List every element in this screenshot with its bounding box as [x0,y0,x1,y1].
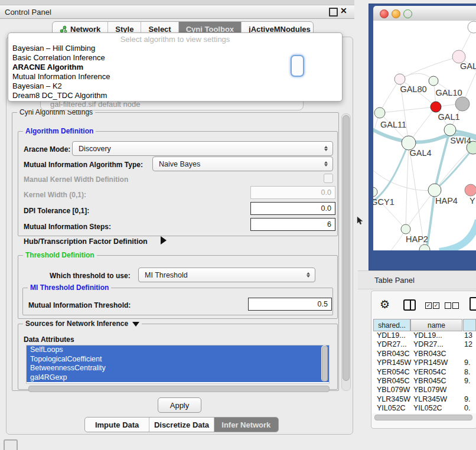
checked-checkbox-icon[interactable]: ✓ [425,302,432,309]
mi-steps-input[interactable]: 6 [250,218,335,231]
algorithm-popup-item[interactable]: Bayesian – Hill Climbing [12,44,95,53]
network-node[interactable] [373,187,377,197]
table-hscrollbar[interactable] [373,414,474,420]
checked-checkbox-icon[interactable]: ✓ [433,302,439,309]
algorithm-definition-title: Algorithm Definition [23,127,96,135]
column-layout-icon[interactable] [403,299,416,311]
network-edge[interactable] [380,107,436,113]
tab-discretize-data[interactable]: Discretize Data [149,418,214,432]
network-node[interactable] [431,102,441,112]
which-threshold-combo[interactable]: MI Threshold [138,268,315,282]
data-attribute-item[interactable]: BetweennessCentrality [27,364,329,373]
table-row[interactable]: YDR27...YDR27...12 [372,340,476,349]
network-node[interactable] [465,184,476,196]
table-row[interactable]: YLR345WYLR345W9. [372,395,476,404]
table-cell: 9. [464,395,470,403]
table-row[interactable]: YPR145WYPR145W9. [372,358,476,367]
table-cell: YBR043C [413,350,446,358]
network-canvas[interactable]: GAL80GAL10GALGAL1GAL11SWI4GAL4GCY1HAP4YH… [373,21,476,250]
table-row[interactable]: YBR043CYBR043C [372,350,476,358]
attr-list-scrollbar-thumb[interactable] [322,346,328,381]
network-edge[interactable] [406,143,409,229]
network-node[interactable] [468,21,476,33]
attr-list-scrollbar[interactable] [321,345,328,381]
column-header-partial[interactable] [463,319,476,331]
close-traffic-light[interactable] [380,9,389,18]
table-row[interactable]: YIL052CYIL052C0. [372,404,476,413]
table-row[interactable]: YDL19...YDL19...13 [372,331,476,340]
data-attribute-item[interactable]: SelfLoops [27,345,329,355]
float-window-icon[interactable] [329,8,338,17]
control-panel-title: Control Panel [5,8,51,17]
close-icon[interactable]: ✕ [340,6,347,15]
hub-expand-arrow-icon[interactable] [161,236,167,244]
minimized-panel-icon[interactable] [4,439,18,450]
network-edge[interactable] [373,143,409,204]
data-attributes-list[interactable]: SelfLoopsTopologicalCoefficientBetweenne… [26,345,330,384]
app-top-strip [0,0,354,5]
table-cell: 13 [464,331,472,340]
manual-kernel-label: Manual Kernel Width Definition [24,175,128,184]
network-node[interactable] [429,76,438,86]
settings-scrollbar-thumb[interactable] [343,115,350,381]
network-node[interactable] [374,107,385,118]
unchecked-checkbox-icon[interactable] [445,302,451,309]
settings-scrollbar[interactable] [341,113,351,391]
algorithm-popup-item[interactable]: ARACNE Algorithm [12,63,83,72]
table-settings-gear-icon[interactable]: ⚙ [380,298,390,311]
unchecked-checkbox-icon[interactable] [452,302,459,309]
network-node[interactable] [401,224,410,234]
table-cell: YBL079W [377,386,410,394]
mi-type-combo[interactable]: Naive Bayes [152,156,333,171]
table-cell: 0. [464,404,470,412]
algorithm-popup-item[interactable]: Bayesian – K2 [12,81,62,91]
column-header-shared[interactable]: shared... [373,319,410,331]
mi-threshold-input[interactable]: 0.5 [248,298,332,311]
table-row[interactable]: YBR045CYBR045C9. [372,377,476,386]
manual-kernel-checkbox[interactable] [324,174,333,183]
network-node-label: GAL4 [409,148,431,158]
screen: Control Panel ✕ Network Style Select Cyn… [0,0,476,450]
bottom-tabbar: Impute Data Discretize Data Infer Networ… [84,417,279,432]
tab-infer-network[interactable]: Infer Network [214,418,278,432]
column-header-name[interactable]: name [410,319,462,331]
tab-impute-data-label: Impute Data [95,420,139,429]
kernel-width-input[interactable]: 0.0 [250,186,335,199]
aracne-mode-value: Discovery [79,145,322,153]
zoom-traffic-light[interactable] [403,9,412,18]
network-edge[interactable] [380,79,400,113]
network-window-titlebar[interactable] [373,6,476,21]
dpi-tolerance-input[interactable]: 0.0 [250,202,335,215]
network-edge[interactable] [439,220,476,250]
network-node-label: HAP4 [435,196,458,206]
network-edge[interactable] [400,57,459,79]
mi-type-value: Naive Bayes [159,160,322,168]
algorithm-popup-item[interactable]: Dream8 DC_TDC Algorithm [12,91,107,100]
algorithm-popup-item[interactable]: Basic Correlation Inference [12,53,105,63]
apply-button[interactable]: Apply [158,397,201,413]
network-node[interactable] [428,184,441,197]
network-node[interactable] [455,97,470,111]
network-edge[interactable] [373,169,435,191]
aracne-mode-combo[interactable]: Discovery [72,141,333,156]
table-cell: YIL052C [413,404,442,412]
document-icon[interactable] [470,297,476,311]
table-row[interactable]: YBL079WYBL079W [372,386,476,394]
attr-list-hscrollbar[interactable] [28,386,330,392]
table-hscrollbar-thumb[interactable] [374,415,472,420]
network-graph: GAL80GAL10GALGAL1GAL11SWI4GAL4GCY1HAP4YH… [373,21,476,250]
minimize-traffic-light[interactable] [392,9,400,18]
algorithm-popup-item[interactable]: Mutual Information Inference [12,72,110,81]
network-node[interactable] [395,74,405,84]
network-node[interactable] [444,124,456,136]
data-attribute-item[interactable]: TopologicalCoefficient [27,355,329,364]
table-cell: YER054C [413,368,446,376]
table-cell: YIL052C [377,404,406,412]
table-cell: YPR145W [413,358,448,367]
table-row[interactable]: YER054CYER054C8. [372,368,476,377]
tab-impute-data[interactable]: Impute Data [85,418,149,432]
network-node-label: Y [470,196,475,206]
sources-collapse-arrow-icon[interactable] [132,322,139,327]
data-attribute-item[interactable]: gal4RGexp [27,373,329,383]
network-edge[interactable] [409,143,425,250]
